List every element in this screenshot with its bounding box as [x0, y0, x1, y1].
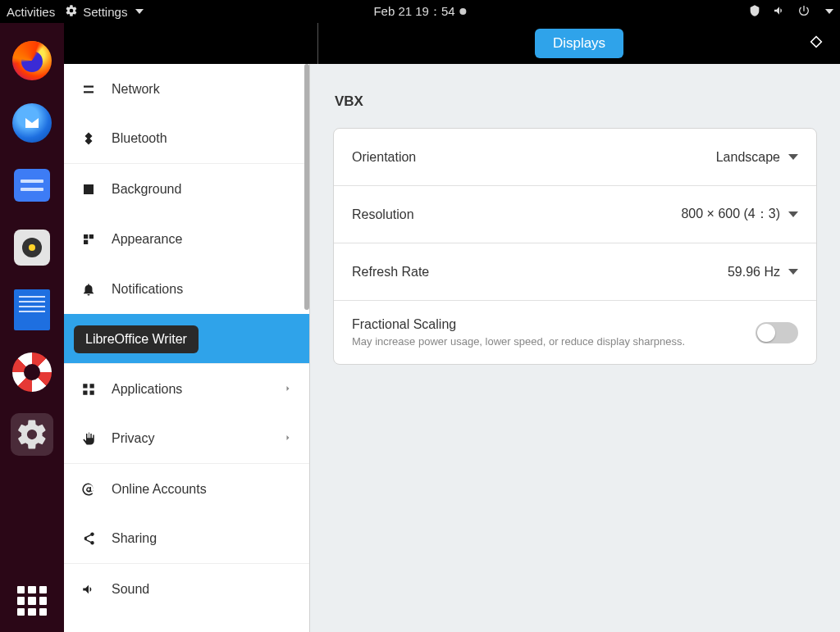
share-icon: [80, 530, 97, 547]
row-label: Orientation: [352, 150, 416, 165]
dock-settings[interactable]: [11, 413, 53, 456]
chevron-down-icon: [788, 154, 798, 160]
shield-icon[interactable]: [748, 4, 761, 20]
power-icon[interactable]: [797, 4, 810, 20]
svg-rect-3: [84, 239, 88, 243]
sidebar-item-appearance[interactable]: Appearance: [64, 214, 309, 264]
row-fractional-scaling: Fractional Scaling May increase power us…: [334, 301, 816, 364]
sidebar-item-selected[interactable]: [64, 314, 309, 364]
bell-icon: [80, 281, 97, 298]
chevron-down-icon: [135, 9, 144, 14]
clock[interactable]: Feb 21 19：54: [373, 4, 454, 20]
dock-files[interactable]: [11, 164, 53, 207]
row-value: Landscape: [716, 150, 780, 165]
sidebar-item-label: Appearance: [112, 232, 182, 247]
svg-rect-5: [90, 384, 94, 388]
window-title: Displays: [535, 29, 623, 58]
svg-rect-4: [83, 384, 87, 388]
lifebuoy-icon: [12, 352, 52, 392]
svg-rect-7: [90, 390, 94, 394]
grid-icon: [80, 381, 97, 398]
row-value: 59.96 Hz: [728, 265, 780, 280]
app-menu[interactable]: Settings: [65, 4, 144, 20]
sidebar-item-sound[interactable]: Sound: [64, 564, 309, 614]
orientation-widget-icon[interactable]: [809, 34, 824, 52]
hand-icon: [80, 430, 97, 447]
dock-rhythmbox[interactable]: [11, 226, 53, 269]
top-panel: Activities Settings Feb 21 19：54: [0, 0, 840, 23]
search-icon: [80, 330, 97, 347]
sidebar-item-bluetooth[interactable]: Bluetooth: [64, 114, 309, 164]
sidebar-item-label: Sharing: [112, 531, 157, 546]
row-refresh-rate[interactable]: Refresh Rate 59.96 Hz: [334, 243, 816, 301]
thunderbird-icon: [12, 103, 52, 143]
sidebar-item-notifications[interactable]: Notifications: [64, 264, 309, 314]
system-menu-chevron-icon[interactable]: [825, 9, 833, 14]
app-menu-label: Settings: [83, 5, 127, 19]
at-icon: [80, 481, 97, 498]
settings-sidebar: Network Bluetooth Background Appearance …: [64, 64, 310, 632]
content-pane: VBX Orientation Landscape Resolution 800…: [310, 64, 840, 632]
display-name: VBX: [335, 93, 817, 110]
dock-writer[interactable]: [11, 289, 53, 331]
dock-help[interactable]: [11, 351, 53, 393]
settings-window: Displays Network Bluetooth Background Ap…: [64, 23, 840, 632]
sidebar-item-label: Notifications: [112, 282, 183, 297]
files-icon: [14, 169, 50, 202]
sidebar-item-sharing[interactable]: Sharing: [64, 514, 309, 564]
row-label: Resolution: [352, 207, 414, 222]
sidebar-item-label: Online Accounts: [112, 482, 207, 497]
sidebar-item-privacy[interactable]: Privacy: [64, 414, 309, 464]
sidebar-item-label: Bluetooth: [112, 131, 167, 146]
svg-rect-6: [83, 390, 87, 394]
bluetooth-icon: [80, 130, 97, 147]
gear-icon: [65, 4, 78, 20]
sidebar-item-network[interactable]: Network: [64, 64, 309, 114]
sidebar-item-background[interactable]: Background: [64, 164, 309, 214]
row-label: Fractional Scaling: [352, 317, 685, 332]
activities-button[interactable]: Activities: [7, 5, 55, 19]
gear-icon: [12, 415, 52, 454]
show-apps-button[interactable]: [17, 586, 47, 616]
sidebar-item-label: Background: [112, 182, 181, 197]
chevron-right-icon: [283, 431, 293, 446]
firefox-icon: [12, 41, 52, 80]
svg-rect-2: [89, 234, 94, 239]
notification-dot-icon: [460, 8, 467, 15]
chevron-right-icon: [283, 382, 293, 397]
row-label: Refresh Rate: [352, 265, 429, 280]
speaker-icon: [14, 230, 50, 266]
row-resolution[interactable]: Resolution 800 × 600 (4：3): [334, 186, 816, 243]
picture-icon: [80, 181, 97, 198]
dock-firefox[interactable]: [11, 39, 53, 82]
appearance-icon: [80, 231, 97, 248]
sound-icon: [80, 581, 97, 598]
settings-list: Orientation Landscape Resolution 800 × 6…: [333, 128, 817, 365]
scrollbar[interactable]: [304, 64, 309, 310]
dock-thunderbird[interactable]: [11, 102, 53, 144]
row-description: May increase power usage, lower speed, o…: [352, 335, 685, 348]
writer-icon: [14, 289, 50, 330]
sidebar-item-label: Sound: [112, 582, 149, 597]
dock: [0, 23, 64, 632]
svg-rect-1: [84, 234, 88, 239]
svg-rect-0: [811, 37, 822, 48]
sidebar-item-online-accounts[interactable]: Online Accounts: [64, 464, 309, 514]
network-icon: [80, 81, 97, 98]
chevron-down-icon: [788, 269, 798, 275]
sidebar-item-applications[interactable]: Applications: [64, 364, 309, 414]
sidebar-item-label: Privacy: [112, 431, 154, 446]
fractional-scaling-toggle[interactable]: [756, 322, 798, 343]
row-value: 800 × 600 (4：3): [681, 206, 780, 223]
row-orientation[interactable]: Orientation Landscape: [334, 129, 816, 186]
sidebar-item-label: Network: [112, 82, 160, 97]
chevron-down-icon: [788, 211, 798, 217]
headerbar: Displays: [64, 23, 840, 64]
sidebar-item-label: Applications: [112, 382, 182, 397]
volume-icon[interactable]: [773, 4, 786, 20]
